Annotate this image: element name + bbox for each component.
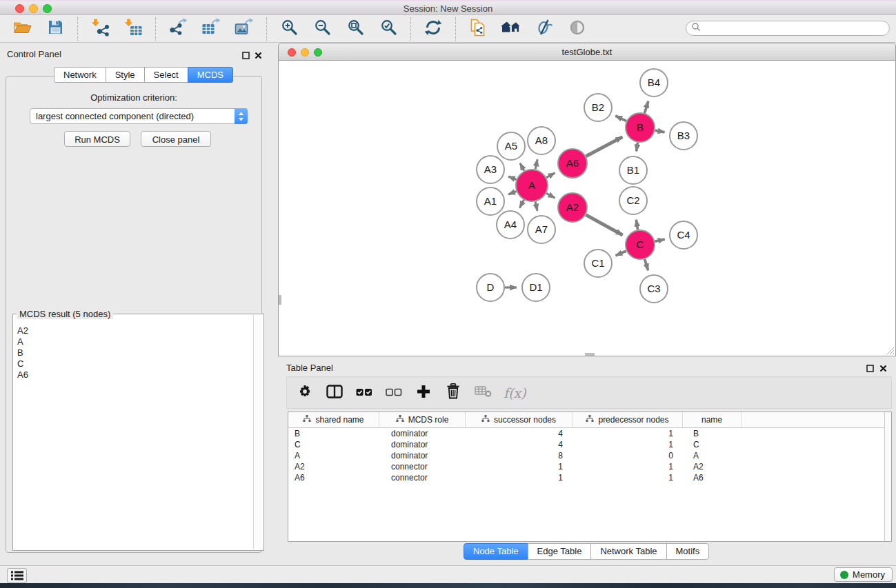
table-cell[interactable]: A2	[683, 462, 741, 472]
table-cell[interactable]: dominator	[379, 451, 466, 460]
resize-grip-icon[interactable]	[886, 346, 895, 355]
tab-style[interactable]: Style	[106, 67, 145, 83]
table-cell[interactable]: 1	[573, 429, 683, 438]
table-cell[interactable]: A	[683, 451, 741, 460]
node-D[interactable]: D	[477, 274, 504, 301]
node-C4[interactable]: C4	[670, 221, 697, 249]
edge-B-B3[interactable]	[655, 130, 665, 132]
table-scrollbar[interactable]	[884, 412, 891, 541]
table-cell[interactable]: A6	[288, 473, 379, 483]
table-row[interactable]: Adominator80A	[288, 450, 891, 461]
node-B[interactable]: B	[626, 113, 655, 142]
zoom-selected-button[interactable]	[378, 19, 399, 39]
table-row[interactable]: Cdominator41C	[288, 439, 891, 450]
table-cell[interactable]: A	[288, 451, 379, 460]
column-header-mcds-role[interactable]: MCDS role	[379, 412, 466, 427]
node-B2[interactable]: B2	[584, 94, 612, 121]
edge-A-A1[interactable]	[508, 192, 517, 194]
style-details-button[interactable]	[534, 19, 555, 39]
close-panel-button[interactable]	[253, 50, 263, 60]
tab-network[interactable]: Network	[54, 67, 106, 83]
export-network-button[interactable]	[168, 19, 188, 39]
float-panel-button[interactable]	[241, 50, 250, 60]
table-cell[interactable]: 4	[466, 429, 573, 438]
edge-C-C4[interactable]	[655, 239, 665, 241]
column-header-successor-nodes[interactable]: successor nodes	[466, 412, 573, 427]
table-close-panel-button[interactable]	[878, 363, 888, 373]
node-C2[interactable]: C2	[619, 187, 647, 214]
zoom-fit-button[interactable]	[345, 19, 366, 39]
export-table-button[interactable]	[201, 19, 221, 39]
search-field[interactable]	[686, 21, 890, 36]
mcds-result-item[interactable]: B	[17, 347, 253, 358]
table-cell[interactable]: B	[288, 429, 379, 438]
tab-select[interactable]: Select	[144, 67, 188, 83]
table-row[interactable]: A6connector11A6	[288, 472, 891, 483]
table-cell[interactable]: C	[288, 440, 379, 449]
table-float-panel-button[interactable]	[865, 363, 875, 373]
edge-B-B4[interactable]	[645, 101, 648, 113]
edge-A6-B[interactable]	[586, 137, 622, 156]
table-cell[interactable]: connector	[379, 473, 466, 483]
edge-A-A6[interactable]	[546, 173, 555, 178]
delete-column-button[interactable]	[444, 383, 462, 403]
add-column-button[interactable]	[415, 383, 432, 403]
network-graph[interactable]: AA1A2A3A4A5A6A7A8BB1B2B3B4CC1C2C3C4DD1	[279, 61, 895, 355]
mcds-result-item[interactable]: A	[17, 336, 253, 347]
edge-C-C1[interactable]	[616, 251, 626, 256]
table-cell[interactable]: A2	[288, 462, 379, 472]
table-cell[interactable]: 8	[466, 451, 573, 460]
tab-edge-table[interactable]: Edge Table	[528, 543, 592, 560]
search-input[interactable]	[701, 22, 889, 34]
node-A1[interactable]: A1	[477, 187, 504, 215]
node-A8[interactable]: A8	[528, 127, 555, 154]
edge-A-A4[interactable]	[519, 200, 524, 207]
open-network-file-button[interactable]	[468, 19, 488, 39]
save-session-button[interactable]	[45, 19, 66, 39]
table-cell[interactable]: 0	[573, 451, 683, 460]
table-cell[interactable]: 1	[466, 473, 573, 483]
gear-button[interactable]	[296, 383, 314, 403]
edge-C-C2[interactable]	[636, 220, 637, 230]
table-cell[interactable]: A6	[683, 473, 741, 483]
column-header-shared-name[interactable]: shared name	[288, 412, 379, 427]
columns-button[interactable]	[326, 383, 344, 403]
node-B4[interactable]: B4	[640, 69, 668, 97]
canvas-scroll-marker-vertical[interactable]	[279, 295, 281, 305]
node-A4[interactable]: A4	[497, 211, 524, 239]
mcds-result-item[interactable]: C	[17, 358, 253, 369]
network-window-titlebar[interactable]: testGlobe.txt	[278, 43, 896, 61]
table-row[interactable]: A2connector11A2	[288, 461, 891, 472]
task-history-button[interactable]	[7, 568, 27, 583]
birdseye-button[interactable]	[567, 19, 588, 39]
canvas-scroll-marker-horizontal[interactable]	[585, 353, 595, 356]
table-row[interactable]: Bdominator41B	[288, 428, 891, 439]
table-cell[interactable]: C	[683, 440, 741, 449]
zoom-in-button[interactable]	[279, 19, 299, 39]
table-cell[interactable]: 1	[573, 440, 683, 449]
tab-motifs[interactable]: Motifs	[666, 543, 710, 560]
import-network-button[interactable]	[90, 19, 110, 39]
table-cell[interactable]: B	[683, 429, 741, 438]
node-A[interactable]: A	[516, 170, 548, 201]
mcds-result-item[interactable]: A2	[17, 325, 253, 336]
node-A7[interactable]: A7	[528, 216, 555, 243]
node-A2[interactable]: A2	[558, 193, 587, 222]
column-header-predecessor-nodes[interactable]: predecessor nodes	[573, 412, 683, 427]
close-panel-action-button[interactable]: Close panel	[141, 131, 211, 147]
network-canvas[interactable]: AA1A2A3A4A5A6A7A8BB1B2B3B4CC1C2C3C4DD1	[278, 61, 896, 356]
home-button[interactable]	[501, 19, 521, 39]
node-C1[interactable]: C1	[584, 250, 612, 277]
edge-A-A7[interactable]	[535, 201, 537, 210]
edge-B-B1[interactable]	[637, 143, 638, 152]
table-cell[interactable]: dominator	[379, 440, 466, 449]
edge-A-A5[interactable]	[520, 163, 524, 171]
table-cell[interactable]: connector	[379, 462, 466, 472]
edge-A-A3[interactable]	[508, 176, 517, 179]
node-A5[interactable]: A5	[497, 132, 525, 160]
node-D1[interactable]: D1	[522, 274, 550, 301]
mcds-list-scrollbar[interactable]	[253, 315, 263, 549]
node-B3[interactable]: B3	[670, 122, 697, 150]
export-image-button[interactable]	[234, 19, 255, 39]
run-mcds-button[interactable]: Run MCDS	[64, 131, 130, 147]
